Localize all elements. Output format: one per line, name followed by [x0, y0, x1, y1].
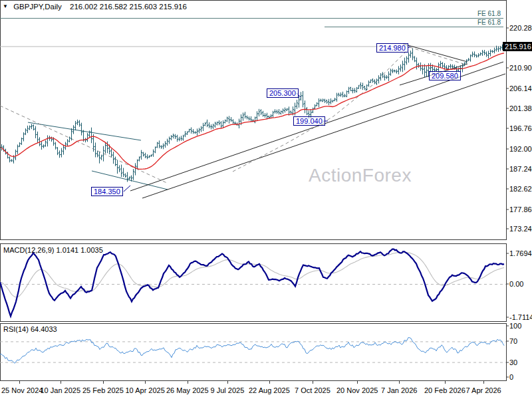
date-axis-label: 22 Aug 2025 [249, 386, 290, 394]
date-axis-label: 7 Jan 2026 [381, 386, 417, 394]
price-axis-label: 201.380 [509, 104, 532, 112]
date-axis-label: 7 Oct 2025 [295, 386, 331, 394]
price-axis-label: 177.860 [509, 205, 532, 213]
macd-axis-label: 0.00 [509, 280, 523, 288]
price-bars [2, 44, 505, 182]
trendline-falling-dashed [0, 106, 168, 184]
rsi-line [0, 338, 504, 364]
price-axis-label: 196.760 [509, 124, 532, 132]
date-axis-label: 10 Apr 2025 [126, 386, 165, 394]
date-axis-label: 25 Nov 2024 [1, 386, 43, 394]
date-axis-label: 7 Apr 2026 [466, 386, 501, 394]
price-axis-label: 220.280 [509, 24, 532, 32]
chart-title: ▼ GBPJPY,Daily 216.002 216.582 215.603 2… [3, 3, 187, 11]
date-axis-label: 20 Nov 2025 [336, 386, 378, 394]
callout-connector [124, 186, 130, 192]
rsi-panel-label: RSI(14) 64.4033 [3, 325, 57, 333]
price-callout[interactable]: 199.040 [293, 116, 325, 126]
price-callout[interactable]: 214.980 [376, 43, 408, 53]
macd-signal-line [0, 253, 504, 297]
price-callout[interactable]: 205.300 [267, 88, 299, 98]
date-axis-label: 20 Feb 2026 [424, 386, 466, 394]
date-axis-label: 25 Feb 2025 [82, 386, 124, 394]
date-axis-label: 10 Jan 2025 [41, 386, 81, 394]
rsi-axis-label: 70 [509, 337, 517, 345]
macd-axis-label: -1.7114 [509, 313, 532, 321]
price-axis-label: 192.000 [509, 145, 532, 153]
panel-border-2 [1, 324, 507, 381]
current-price-tag: 215.916 [503, 42, 532, 51]
macd-axis-label: 1.7694 [509, 249, 532, 257]
ohlc-values: 216.002 216.582 215.603 215.916 [70, 3, 187, 11]
chart-window: ActionForex ▼ GBPJPY,Daily 216.002 216.5… [0, 0, 532, 399]
watermark: ActionForex [309, 165, 412, 186]
price-axis-label: 206.140 [509, 84, 532, 92]
price-axis-label: 173.240 [509, 225, 532, 233]
rsi-axis-label: 100 [509, 322, 521, 330]
macd-main-line [0, 249, 504, 317]
chart-canvas[interactable] [0, 0, 532, 399]
date-axis-label: 26 May 2025 [166, 386, 209, 394]
price-axis-label: 187.240 [509, 165, 532, 173]
symbol-period-label: GBPJPY,Daily [13, 3, 62, 11]
macd-panel-label: MACD(12,26,9) 1.0141 1.0035 [3, 246, 103, 254]
date-axis-label: 9 Jul 2025 [211, 386, 245, 394]
fe-level-label: FE 61.8 [477, 19, 501, 26]
price-callout[interactable]: 209.580 [429, 71, 461, 80]
price-callout[interactable]: 184.350 [91, 187, 123, 196]
symbol-dropdown-icon[interactable]: ▼ [3, 3, 8, 9]
rsi-axis-label: 30 [509, 358, 517, 366]
trendline-channel-upper [28, 122, 141, 140]
price-axis-label: 210.900 [509, 64, 532, 72]
fe-level-label: FE 61.8 [477, 10, 501, 17]
price-axis-label: 182.620 [509, 185, 532, 193]
trendline-peak-dashed [410, 47, 466, 65]
panel-border-1 [1, 244, 507, 322]
rsi-axis-label: 0 [509, 373, 513, 381]
price-bar-ticks [1, 47, 505, 180]
